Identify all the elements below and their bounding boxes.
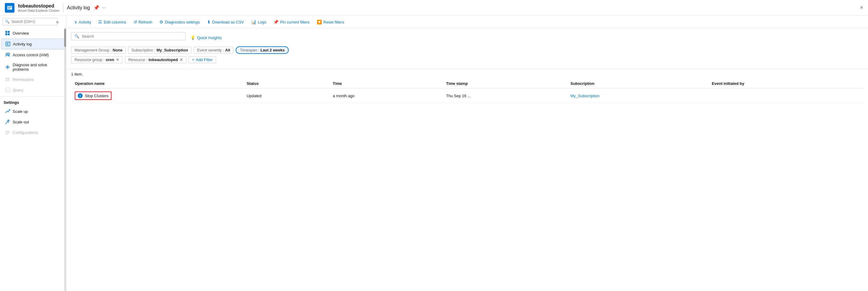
sidebar-item-query: Query [1, 85, 65, 95]
cell-event-initiated [708, 88, 863, 103]
search-input[interactable] [82, 34, 182, 38]
resource-close-icon[interactable]: ✕ [180, 58, 183, 62]
col-status: Status [243, 79, 329, 88]
sidebar-item-configurations-label: Configurations [13, 130, 38, 135]
main-layout: 🔍 « Overview Activ [0, 16, 868, 291]
access-control-icon [5, 52, 10, 58]
sidebar-item-activity-log[interactable]: Activity log [1, 38, 65, 49]
sidebar-item-permissions: Permissions [1, 74, 65, 84]
subscription-link[interactable]: My_Subscription [570, 94, 599, 98]
logs-button[interactable]: 📊 Logs [248, 18, 269, 26]
items-count: 1 item. [66, 70, 868, 79]
resource-name: tobeautostoped [18, 3, 59, 9]
search-quick-row: 🔍 💡 Quick Insights [71, 32, 863, 43]
operation-name-text: Stop Clusters [85, 94, 108, 98]
sidebar-item-scale-out[interactable]: Scale out [1, 117, 65, 127]
pin-filters-label: Pin current filters [280, 20, 310, 24]
sidebar-item-access-control[interactable]: Access control (IAM) [1, 50, 65, 60]
filter-row-1: Management Group : None Subscription : M… [71, 46, 863, 54]
search-bar[interactable]: 🔍 [71, 32, 186, 40]
toolbar: ∨ Activity ☰ Edit columns ↺ Refresh ⚙ Di… [66, 16, 868, 29]
cell-time: a month ago [329, 88, 442, 103]
add-filter-button[interactable]: + Add Filter [189, 56, 216, 63]
diagnose-icon [5, 64, 10, 70]
scale-up-icon [5, 109, 10, 114]
activity-table: Operation name Status Time Time stamp Su… [71, 79, 863, 103]
logs-label: Logs [258, 20, 266, 24]
svg-rect-9 [5, 88, 10, 92]
sidebar-item-configurations: Configurations [1, 127, 65, 138]
svg-rect-10 [5, 131, 10, 132]
refresh-button[interactable]: ↺ Refresh [130, 18, 156, 26]
edit-columns-button[interactable]: ☰ Edit columns [95, 18, 129, 26]
header-title-block: tobeautostoped Azure Data Explorer Clust… [18, 3, 59, 12]
col-operation-name: Operation name [71, 79, 243, 88]
section-title: Activity log [67, 5, 90, 10]
filter-chip-management-group[interactable]: Management Group : None [71, 47, 126, 53]
pin-filters-button[interactable]: 📌 Pin current filters [270, 18, 313, 26]
scale-out-icon [5, 119, 10, 124]
svg-point-6 [8, 78, 10, 79]
filter-chip-event-severity[interactable]: Event severity : All [194, 47, 234, 53]
resource-value: tobeautostoped [149, 58, 178, 62]
download-csv-label: Download as CSV [212, 20, 244, 24]
resource-group-label: Resource group : [74, 58, 104, 62]
timespan-label: Timespan : [240, 48, 259, 52]
svg-rect-12 [5, 134, 8, 135]
sidebar-item-access-control-label: Access control (IAM) [13, 53, 49, 57]
activity-log-icon [5, 41, 10, 47]
filters-section: 🔍 💡 Quick Insights Management Group : No… [66, 29, 868, 70]
sidebar-collapse-button[interactable]: « [56, 19, 59, 25]
filter-chip-subscription[interactable]: Subscription : My_Subscription [128, 47, 191, 53]
filter-chip-resource-group[interactable]: Resource group : oren ✕ [71, 56, 123, 63]
management-group-label: Management Group : [74, 48, 112, 52]
refresh-label: Refresh [138, 20, 153, 24]
svg-point-2 [6, 53, 8, 55]
svg-rect-0 [7, 6, 12, 10]
activity-button-label: Activity [79, 20, 91, 24]
quick-insights-label: Quick Insights [197, 36, 222, 40]
download-csv-button[interactable]: ⬇ Download as CSV [204, 18, 247, 26]
sidebar-item-diagnose[interactable]: Diagnose and solve problems [1, 60, 65, 74]
sidebar-search[interactable]: 🔍 [2, 18, 58, 25]
reset-filters-icon: 🔽 [317, 20, 322, 24]
resource-type: Azure Data Explorer Cluster [18, 9, 59, 12]
close-button[interactable]: × [860, 4, 863, 11]
add-filter-icon: + [192, 58, 194, 62]
activity-button[interactable]: ∨ Activity [71, 18, 94, 26]
sidebar-scrollbar [64, 28, 66, 291]
cell-status: Updated [243, 88, 329, 103]
filter-chip-timespan[interactable]: Timespan : Last 2 weeks [236, 46, 289, 54]
filter-chip-resource[interactable]: Resource : tobeautostoped ✕ [125, 56, 186, 63]
refresh-icon: ↺ [133, 20, 137, 24]
resource-group-value: oren [106, 58, 114, 62]
chevron-down-icon: ∨ [74, 20, 77, 24]
svg-point-4 [7, 78, 8, 80]
sidebar-item-scale-up[interactable]: Scale up [1, 106, 65, 116]
resource-group-close-icon[interactable]: ✕ [116, 58, 119, 62]
event-severity-label: Event severity : [197, 48, 224, 52]
quick-insights-button[interactable]: 💡 Quick Insights [190, 36, 222, 40]
sidebar-item-scale-up-label: Scale up [13, 109, 28, 114]
sidebar: 🔍 « Overview Activ [0, 16, 66, 291]
svg-point-3 [8, 53, 10, 55]
logs-icon: 📊 [251, 20, 256, 24]
sidebar-item-overview[interactable]: Overview [1, 28, 65, 38]
edit-columns-label: Edit columns [104, 20, 126, 24]
query-icon [5, 87, 10, 93]
pin-icon[interactable]: 📌 [93, 5, 99, 10]
quick-insights-icon: 💡 [190, 36, 195, 40]
col-subscription: Subscription [567, 79, 708, 88]
reset-filters-button[interactable]: 🔽 Reset filters [314, 18, 347, 26]
diagnostics-button[interactable]: ⚙ Diagnostics settings [156, 18, 203, 26]
svg-rect-11 [5, 133, 10, 133]
adx-icon [7, 5, 13, 11]
sidebar-item-diagnose-label: Diagnose and solve problems [13, 63, 61, 72]
sidebar-item-scale-out-label: Scale out [13, 120, 29, 124]
sidebar-search-input[interactable] [11, 20, 55, 24]
cell-timestamp: Thu Sep 16 ... [442, 88, 567, 103]
reset-filters-label: Reset filters [323, 20, 344, 24]
table-container: Operation name Status Time Time stamp Su… [66, 79, 868, 103]
table-row[interactable]: i Stop Clusters Updated a month ago Thu … [71, 88, 863, 103]
more-icon[interactable]: ··· [102, 5, 106, 10]
